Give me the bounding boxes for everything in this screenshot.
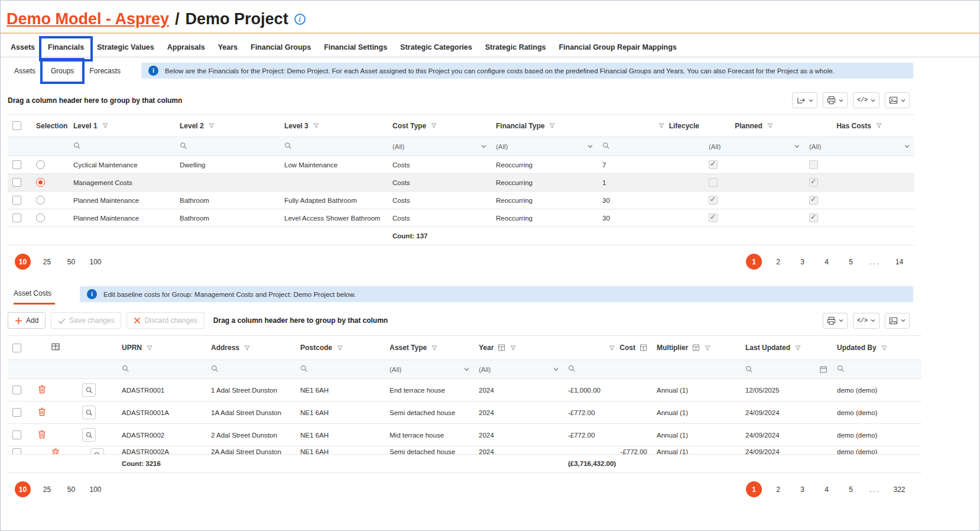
export-image-button[interactable] [885,313,910,329]
page-number[interactable]: 3 [794,481,810,497]
page-number[interactable]: 2 [770,481,786,497]
planned-checkbox[interactable] [709,178,718,187]
filter-icon[interactable] [208,122,215,129]
planned-checkbox[interactable] [709,196,718,205]
delete-row-button[interactable] [38,407,46,416]
filter-icon[interactable] [510,345,517,351]
tab-years[interactable]: Years [212,40,244,57]
filter-icon[interactable] [244,345,251,351]
col-address[interactable]: Address [206,336,296,360]
select-all-checkbox[interactable] [12,121,21,130]
tab-financials[interactable]: Financials [41,40,90,57]
selection-radio[interactable] [36,178,45,187]
last-updated-filter-input[interactable] [741,360,832,379]
model-breadcrumb-link[interactable]: Demo Model - Asprey [7,10,169,28]
row-checkbox[interactable] [12,408,21,417]
filter-icon[interactable] [767,122,774,129]
row-detail-search-button[interactable] [82,406,96,419]
page-size-10[interactable]: 10 [15,481,31,497]
filter-icon[interactable] [608,345,615,351]
summary-grid-icon[interactable] [640,344,647,351]
page-size-50[interactable]: 50 [63,481,79,497]
page-size-25[interactable]: 25 [39,481,55,497]
tab-appraisals[interactable]: Appraisals [161,40,212,57]
filter-icon[interactable] [336,345,343,351]
filter-icon[interactable] [549,122,556,129]
row-checkbox[interactable] [12,430,21,439]
filter-icon[interactable] [102,122,109,129]
col-cost-type[interactable]: Cost Type [388,115,491,137]
has-costs-checkbox[interactable] [809,178,818,187]
page-number[interactable]: 1 [746,254,762,270]
row-detail-search-button[interactable] [82,383,96,397]
summary-grid-icon[interactable] [498,344,505,351]
project-info-icon[interactable] [294,14,306,25]
level1-filter-input[interactable] [69,137,175,156]
cell-multiplier[interactable]: Annual (1) [652,379,741,402]
has-costs-checkbox[interactable] [809,160,818,169]
filter-icon[interactable] [146,345,153,351]
filter-icon[interactable] [875,122,882,129]
filter-icon[interactable] [431,345,438,351]
tab-financial-settings[interactable]: Financial Settings [317,40,394,57]
selection-radio[interactable] [36,160,45,169]
page-number[interactable]: 2 [770,254,786,270]
level2-filter-input[interactable] [175,137,280,156]
page-size-50[interactable]: 50 [63,254,79,270]
has-costs-filter-select[interactable]: (All) [804,137,914,156]
col-financial-type[interactable]: Financial Type [491,115,598,137]
page-number[interactable]: 4 [819,254,835,270]
cell-cost[interactable]: -£772.00 [563,424,652,446]
page-size-25[interactable]: 25 [39,254,55,270]
col-postcode[interactable]: Postcode [296,336,385,360]
delete-row-button[interactable] [38,385,46,394]
row-checkbox[interactable] [12,196,21,205]
has-costs-checkbox[interactable] [809,196,818,205]
tab-strategic-categories[interactable]: Strategic Categories [394,40,479,57]
cost-filter-input[interactable] [563,360,652,379]
multiplier-filter-cell[interactable] [652,360,741,379]
asset-type-filter-select[interactable]: (All) [385,360,474,379]
page-number[interactable]: 5 [843,481,859,497]
page-number[interactable]: 4 [819,481,835,497]
col-year[interactable]: Year [474,336,563,360]
postcode-filter-input[interactable] [296,360,385,379]
col-asset-type[interactable]: Asset Type [385,336,474,360]
summary-grid-icon[interactable] [692,344,700,351]
export-image-button[interactable] [885,92,910,108]
planned-filter-select[interactable]: (All) [704,137,804,156]
cell-multiplier[interactable]: Annual (1) [652,402,741,424]
subtab-assets[interactable]: Assets [7,63,43,79]
subtab-forecasts[interactable]: Forecasts [82,63,128,79]
col-uprn[interactable]: UPRN [117,336,206,360]
year-filter-select[interactable]: (All) [474,360,563,379]
discard-changes-button[interactable]: Discard changes [126,312,204,329]
tab-asset-costs[interactable]: Asset Costs [14,286,55,305]
page-size-100[interactable]: 100 [87,254,103,270]
has-costs-checkbox[interactable] [809,213,818,222]
trash-icon[interactable] [51,448,60,454]
cell-multiplier[interactable]: Annual (1) [652,424,741,446]
row-detail-search-button[interactable] [90,448,104,454]
cell-cost[interactable]: -£1,000.00 [563,379,652,402]
row-checkbox[interactable] [12,448,21,454]
cell-cost[interactable]: -£772.00 [563,402,652,424]
filter-icon[interactable] [881,345,888,351]
filter-icon[interactable] [658,122,665,129]
col-level1[interactable]: Level 1 [69,115,175,137]
row-detail-search-button[interactable] [82,428,96,442]
tab-strategic-values[interactable]: Strategic Values [90,40,161,57]
add-button[interactable]: Add [8,312,46,329]
delete-row-button[interactable] [38,430,46,439]
save-changes-button[interactable]: Save changes [51,312,121,329]
filter-icon[interactable] [430,122,437,129]
select-all-checkbox[interactable] [12,344,21,352]
filter-icon[interactable] [794,345,801,351]
row-checkbox[interactable] [12,213,21,222]
export-data-button[interactable] [792,92,817,108]
col-level2[interactable]: Level 2 [175,115,280,137]
col-has-costs[interactable]: Has Costs [804,115,914,137]
export-code-button[interactable]: </> [853,92,880,108]
export-code-button[interactable]: </> [853,313,880,329]
uprn-filter-input[interactable] [117,360,206,379]
